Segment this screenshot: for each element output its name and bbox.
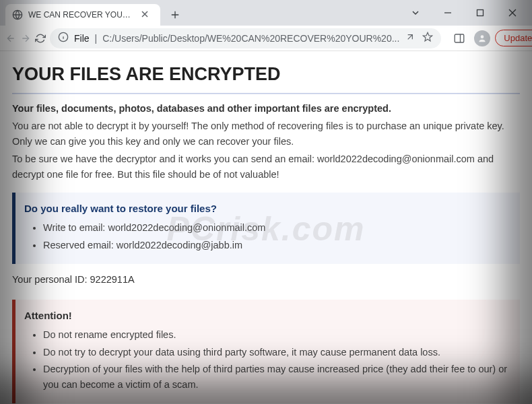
close-window-button[interactable] [502, 3, 523, 23]
attention-panel: Attention! Do not rename encrypted files… [12, 300, 520, 403]
update-button[interactable]: Update [495, 30, 532, 46]
star-icon[interactable] [422, 32, 433, 44]
toolbar-actions: Update [445, 28, 532, 48]
toolbar: File | C:/Users/Public/Desktop/WE%20CAN%… [0, 26, 532, 51]
minimize-button[interactable] [438, 3, 458, 23]
divider [12, 93, 520, 94]
browser-tab[interactable]: WE CAN RECOVER YOUR DATA.h [5, 4, 160, 26]
profile-avatar[interactable] [472, 28, 492, 48]
info-icon[interactable] [58, 32, 69, 44]
url-path: C:/Users/Public/Desktop/WE%20CAN%20RECOV… [102, 33, 399, 44]
page-content: YOUR FILES ARE ENCRYPTED Your files, doc… [0, 51, 532, 404]
update-label: Update [504, 33, 532, 43]
svg-rect-1 [477, 10, 484, 16]
share-icon[interactable] [405, 32, 415, 44]
new-tab-button[interactable] [166, 5, 185, 24]
svg-point-4 [481, 35, 484, 38]
intro-line-1: You are not able to decrypt it by yourse… [12, 119, 520, 149]
maximize-button[interactable] [470, 3, 490, 23]
personal-id: Your personal ID: 9222911A [12, 272, 520, 287]
window-controls [405, 3, 529, 23]
back-button[interactable] [5, 29, 16, 48]
personal-id-label: Your personal ID: [12, 274, 88, 285]
browser-window: WE CAN RECOVER YOUR DATA.h [0, 0, 532, 404]
intro-bold: Your files, documents, photos, databases… [12, 101, 520, 116]
attention-item-3: Decryption of your files with the help o… [43, 362, 508, 392]
personal-id-value: 9222911A [90, 274, 135, 285]
tab-strip: WE CAN RECOVER YOUR DATA.h [5, 0, 185, 26]
restore-panel-title: Do you really want to restore your files… [24, 201, 508, 216]
forward-button[interactable] [20, 29, 31, 48]
side-panel-icon[interactable] [449, 28, 469, 48]
titlebar: WE CAN RECOVER YOUR DATA.h [0, 0, 532, 26]
attention-panel-title: Attention! [24, 308, 508, 323]
page-heading: YOUR FILES ARE ENCRYPTED [12, 61, 520, 89]
reload-button[interactable] [35, 29, 46, 48]
restore-panel: Do you really want to restore your files… [12, 193, 520, 264]
attention-item-2: Do not try to decrypt your data using th… [43, 345, 508, 360]
tab-title: WE CAN RECOVER YOUR DATA.h [28, 10, 136, 20]
intro-line-2: To be sure we have the decryptor and it … [12, 152, 520, 182]
omnibox-actions [405, 32, 433, 44]
address-bar[interactable]: File | C:/Users/Public/Desktop/WE%20CAN%… [50, 28, 441, 48]
restore-item-1: Write to email: world2022decoding@onionm… [43, 220, 508, 235]
svg-rect-3 [455, 34, 465, 42]
file-icon [12, 9, 23, 20]
chevron-down-icon[interactable] [405, 3, 426, 23]
restore-item-2: Reserved email: world2022decoding@jabb.i… [43, 238, 508, 252]
url-prefix: File [74, 33, 90, 44]
attention-item-1: Do not rename encrypted files. [43, 327, 508, 342]
close-tab-icon[interactable] [141, 10, 148, 20]
